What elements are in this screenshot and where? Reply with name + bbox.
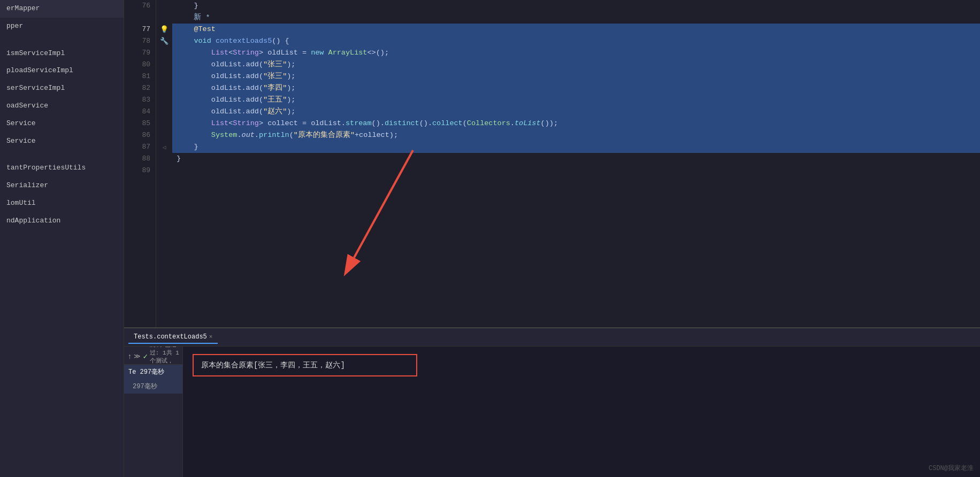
sidebar-item-ermapper[interactable]: erMapper <box>0 0 124 18</box>
gutter-blank <box>156 12 172 24</box>
test-item-te-label: Te 297毫秒 <box>128 368 164 376</box>
green-check-icon: ✓ <box>143 352 147 361</box>
sidebar-item-ploadserviceimpl[interactable]: ploadServiceImpl <box>0 62 124 80</box>
gutter-84 <box>156 106 172 118</box>
test-panel-left: ↑ ≫ ✓ 测试 已通过: 1共 1 个测试，297毫秒 Te 297毫秒 29… <box>124 347 183 477</box>
code-line-83: oldList.add("王五"); <box>172 94 980 106</box>
sidebar-item-spacer2 <box>0 150 124 159</box>
tab-close-icon[interactable]: × <box>209 334 213 340</box>
line-num-77: 77 <box>124 24 156 35</box>
gutter-80 <box>156 59 172 71</box>
tab-label: Tests.contextLoads5 <box>134 333 207 341</box>
code-lines: } 新 * @Test void contextLoads5() { List<… <box>172 0 980 327</box>
code-line-77: @Test <box>172 24 980 35</box>
gutter-82 <box>156 82 172 94</box>
code-line-new: 新 * <box>172 12 980 24</box>
line-num-80: 80 <box>124 59 156 71</box>
line-num-85: 85 <box>124 118 156 129</box>
bottom-tab-bar: Tests.contextLoads5 × <box>124 328 980 347</box>
sidebar-item-service2[interactable]: Service <box>0 133 124 150</box>
collapse-icon: ◁ <box>163 144 166 151</box>
gutter-77: 💡 <box>156 24 172 35</box>
lightbulb-icon[interactable]: 💡 <box>160 25 169 34</box>
code-line-86: System.out.println("原本的集合原素"+collect); <box>172 129 980 141</box>
sidebar-item-ismserviceimpl[interactable]: ismServiceImpl <box>0 45 124 63</box>
code-line-87: } <box>172 141 980 153</box>
gutter-81 <box>156 71 172 82</box>
code-line-81: oldList.add("张三"); <box>172 71 980 82</box>
output-box: 原本的集合原素[张三，李四，王五，赵六] <box>193 354 417 376</box>
gutter-78: 🔧 <box>156 35 172 47</box>
gutter-88 <box>156 153 172 165</box>
test-item-te[interactable]: Te 297毫秒 <box>124 365 182 379</box>
line-num-81: 81 <box>124 71 156 82</box>
gutter-85 <box>156 118 172 129</box>
line-num-84: 84 <box>124 106 156 118</box>
code-line-85: List<String> collect = oldList.stream().… <box>172 118 980 129</box>
code-line-82: oldList.add("李四"); <box>172 82 980 94</box>
gutter-76 <box>156 0 172 12</box>
bottom-content: ↑ ≫ ✓ 测试 已通过: 1共 1 个测试，297毫秒 Te 297毫秒 29… <box>124 347 980 477</box>
sidebar-item-oadservice[interactable]: oadService <box>0 97 124 115</box>
test-item-297-label: 297毫秒 <box>133 383 157 390</box>
gutter-87: ◁ <box>156 141 172 153</box>
sidebar-item-tantpropertiesutils[interactable]: tantPropertiesUtils <box>0 159 124 177</box>
main-area: 76 77 78 79 80 81 82 83 84 85 86 87 88 8… <box>124 0 980 477</box>
line-num-83: 83 <box>124 94 156 106</box>
line-num-86: 86 <box>124 129 156 141</box>
code-line-84: oldList.add("赵六"); <box>172 106 980 118</box>
line-num-79: 79 <box>124 47 156 59</box>
line-num-88: 88 <box>124 153 156 165</box>
bottom-tab-tests[interactable]: Tests.contextLoads5 × <box>128 331 218 344</box>
code-line-78: void contextLoads5() { <box>172 35 980 47</box>
expand-btn[interactable]: ≫ <box>134 352 141 360</box>
line-num-82: 82 <box>124 82 156 94</box>
sidebar-item-service1[interactable]: Service <box>0 115 124 133</box>
sidebar-item-serserviceimpl[interactable]: serServiceImpl <box>0 80 124 97</box>
line-num-blank1 <box>124 12 156 24</box>
sidebar: erMapper pper ismServiceImpl ploadServic… <box>0 0 124 477</box>
run-icon[interactable]: 🔧 <box>160 37 169 45</box>
gutter-89 <box>156 165 172 176</box>
line-num-89: 89 <box>124 165 156 176</box>
line-numbers: 76 77 78 79 80 81 82 83 84 85 86 87 88 8… <box>124 0 156 327</box>
code-line-80: oldList.add("张三"); <box>172 59 980 71</box>
up-arrow-btn[interactable]: ↑ <box>127 352 132 361</box>
code-line-76: } <box>172 0 980 12</box>
sidebar-item-pper[interactable]: pper <box>0 18 124 35</box>
code-line-88: } <box>172 153 980 165</box>
line-num-76: 76 <box>124 0 156 12</box>
line-num-78: 78 <box>124 35 156 47</box>
line-num-87: 87 <box>124 141 156 153</box>
test-item-297[interactable]: 297毫秒 <box>124 379 182 394</box>
gutter: 💡 🔧 ◁ <box>156 0 172 327</box>
gutter-79 <box>156 47 172 59</box>
code-editor: 76 77 78 79 80 81 82 83 84 85 86 87 88 8… <box>124 0 980 327</box>
watermark: CSDN@我家老淮 <box>929 464 974 473</box>
sidebar-item-ndapplication[interactable]: ndApplication <box>0 212 124 230</box>
sidebar-item-lomutil[interactable]: lomUtil <box>0 195 124 212</box>
test-output-area: 原本的集合原素[张三，李四，王五，赵六] <box>183 347 980 477</box>
sidebar-item-serializer[interactable]: Serializer <box>0 177 124 195</box>
output-text: 原本的集合原素[张三，李四，王五，赵六] <box>201 361 345 370</box>
code-line-89 <box>172 165 980 176</box>
gutter-83 <box>156 94 172 106</box>
gutter-86 <box>156 129 172 141</box>
bottom-panel: Tests.contextLoads5 × ↑ ≫ ✓ 测试 已通过: 1共 1… <box>124 327 980 477</box>
sidebar-item-spacer1 <box>0 35 124 45</box>
code-line-79: List<String> oldList = new ArrayList<>()… <box>172 47 980 59</box>
